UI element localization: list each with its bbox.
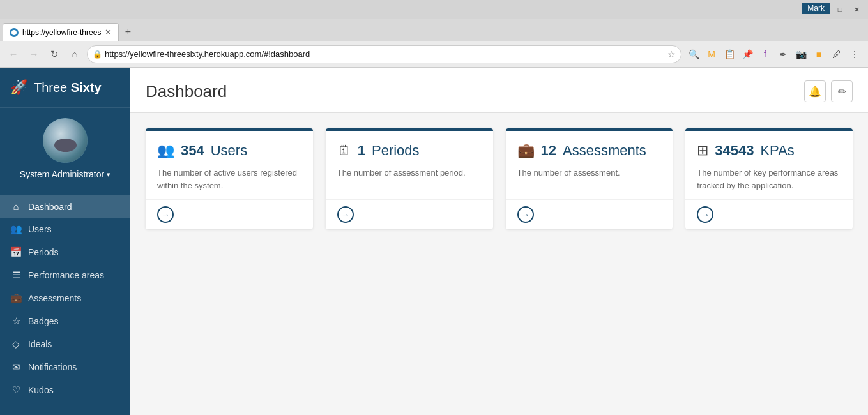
nav-label-kudos: Kudos [28, 385, 54, 395]
avatar-image [43, 118, 88, 163]
bookmark-icon[interactable]: ☆ [667, 49, 676, 59]
extension-1[interactable]: 🔍 [685, 46, 702, 63]
card-users: 👥 354 Users The number of active users r… [146, 128, 313, 229]
nav-item-kudos[interactable]: ♡ Kudos [0, 379, 130, 402]
toolbar-icons: 🔍 M 📋 📌 f ✒ 📷 ■ 🖊 ⋮ [685, 46, 863, 63]
nav-label-users: Users [28, 224, 52, 234]
extension-6[interactable]: ✒ [775, 46, 791, 63]
card-periods: 🗓 1 Periods The number of assessment per… [326, 128, 493, 229]
card-assessments-footer: → [506, 199, 673, 229]
card-periods-label: Periods [372, 142, 420, 159]
nav-label-periods: Periods [28, 247, 58, 257]
reload-button[interactable]: ↻ [46, 46, 63, 63]
nav-item-periods[interactable]: 📅 Periods [0, 241, 130, 264]
kudos-icon: ♡ [10, 384, 22, 396]
nav-item-assessments[interactable]: 💼 Assessments [0, 287, 130, 310]
nav-label-notifications: Notifications [28, 362, 77, 372]
tab-close-button[interactable]: ✕ [105, 27, 112, 37]
card-kpas-header: ⊞ 34543 KPAs [697, 142, 841, 159]
extension-3[interactable]: 📋 [721, 46, 738, 63]
card-periods-footer: → [326, 199, 493, 229]
extension-4[interactable]: 📌 [739, 46, 756, 63]
nav-item-dashboard[interactable]: ⌂ Dashboard [0, 195, 130, 218]
card-users-footer: → [146, 199, 313, 229]
edit-button[interactable]: ✏ [831, 80, 853, 102]
user-section: System Administrator ▾ [0, 108, 130, 190]
card-assessments: 💼 12 Assessments The number of assessmen… [506, 128, 673, 229]
card-kpas: ⊞ 34543 KPAs The number of key performan… [685, 128, 853, 229]
nav-label-dashboard: Dashboard [28, 202, 72, 212]
dashboard-icon: ⌂ [10, 201, 22, 212]
app-container: 🚀 Three Sixty System Administrator ▾ ⌂ D… [0, 68, 868, 415]
notifications-icon: ✉ [10, 361, 22, 373]
card-periods-body: 🗓 1 Periods The number of assessment per… [326, 131, 493, 199]
menu-button[interactable]: ⋮ [846, 46, 863, 63]
card-kpas-footer: → [685, 199, 853, 229]
forward-button[interactable]: → [26, 46, 42, 63]
card-assessments-link[interactable]: → [517, 206, 534, 223]
tab-favicon [10, 28, 19, 37]
card-users-link[interactable]: → [157, 206, 174, 223]
browser-window: Mark — □ ✕ https://yellowfire-threes ✕ +… [0, 0, 868, 415]
card-kpas-body: ⊞ 34543 KPAs The number of key performan… [685, 131, 853, 199]
close-button[interactable]: ✕ [850, 3, 863, 16]
active-tab[interactable]: https://yellowfire-threes ✕ [3, 23, 119, 41]
page-title: Dashboard [146, 82, 227, 102]
card-periods-description: The number of assessment period. [337, 167, 482, 179]
card-periods-link[interactable]: → [337, 206, 354, 223]
user-name[interactable]: System Administrator ▾ [20, 169, 110, 179]
card-assessments-count: 12 [541, 142, 556, 159]
card-users-description: The number of active users registered wi… [157, 167, 301, 192]
address-input-wrap: 🔒 https://yellowfire-threesixty.herokuap… [87, 45, 681, 63]
card-users-header: 👥 354 Users [157, 142, 301, 159]
notifications-button[interactable]: 🔔 [804, 80, 826, 102]
nav-item-ideals[interactable]: ◇ Ideals [0, 333, 130, 356]
nav-item-performance-areas[interactable]: ☰ Performance areas [0, 264, 130, 287]
card-users-count: 354 [181, 142, 204, 159]
user-dropdown-chevron: ▾ [107, 170, 110, 179]
restore-button[interactable]: □ [834, 3, 846, 16]
assessments-icon: 💼 [10, 292, 22, 304]
url-display[interactable]: https://yellowfire-threesixty.herokuapp.… [105, 49, 665, 59]
card-kpas-description: The number of key performance areas trac… [697, 167, 841, 192]
brand-name: Three Sixty [34, 80, 102, 95]
nav-menu: ⌂ Dashboard 👥 Users 📅 Periods ☰ Performa… [0, 190, 130, 415]
nav-label-badges: Badges [28, 316, 58, 326]
tab-title: https://yellowfire-threes [22, 28, 101, 37]
nav-item-users[interactable]: 👥 Users [0, 218, 130, 241]
new-tab-button[interactable]: + [119, 23, 137, 41]
main-header: Dashboard 🔔 ✏ [130, 68, 868, 113]
card-assessments-body: 💼 12 Assessments The number of assessmen… [506, 131, 673, 199]
nav-label-assessments: Assessments [28, 293, 81, 303]
title-bar-username: Mark [802, 3, 830, 14]
extension-5[interactable]: f [757, 46, 773, 63]
card-users-icon: 👥 [157, 142, 174, 159]
extension-8[interactable]: ■ [811, 46, 827, 63]
brand-header: 🚀 Three Sixty [0, 68, 130, 108]
tabs-bar: https://yellowfire-threes ✕ + [0, 19, 868, 41]
card-periods-header: 🗓 1 Periods [337, 142, 482, 159]
card-assessments-label: Assessments [563, 142, 646, 159]
users-icon: 👥 [10, 223, 22, 235]
performance-areas-icon: ☰ [10, 269, 22, 281]
card-kpas-link[interactable]: → [697, 206, 713, 223]
card-assessments-icon: 💼 [517, 142, 535, 159]
extension-9[interactable]: 🖊 [828, 46, 845, 63]
back-button[interactable]: ← [5, 46, 22, 63]
card-kpas-icon: ⊞ [697, 142, 708, 159]
card-users-body: 👥 354 Users The number of active users r… [146, 131, 313, 199]
extension-7[interactable]: 📷 [793, 46, 809, 63]
nav-item-notifications[interactable]: ✉ Notifications [0, 356, 130, 379]
nav-item-badges[interactable]: ☆ Badges [0, 310, 130, 333]
card-assessments-description: The number of assessment. [517, 167, 662, 179]
card-kpas-count: 34543 [715, 142, 754, 159]
header-actions: 🔔 ✏ [804, 80, 853, 102]
home-button[interactable]: ⌂ [66, 46, 83, 63]
extension-2[interactable]: M [703, 46, 720, 63]
ideals-icon: ◇ [10, 338, 22, 350]
card-kpas-label: KPAs [760, 142, 794, 159]
nav-label-ideals: Ideals [28, 339, 52, 349]
badges-icon: ☆ [10, 315, 22, 327]
sidebar: 🚀 Three Sixty System Administrator ▾ ⌂ D… [0, 68, 130, 415]
nav-label-performance-areas: Performance areas [28, 270, 104, 280]
